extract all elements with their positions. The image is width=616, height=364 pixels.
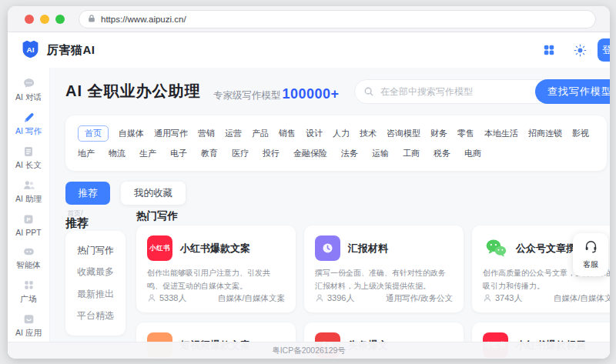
category-tab[interactable]: 运营 — [225, 128, 242, 139]
category-tab[interactable]: 咨询模型 — [387, 128, 420, 139]
model-card-description: 撰写一份全面、准确、有针对性的政务汇报材料，为上级决策提供依据。 — [315, 267, 453, 292]
sidebar-item-label: AI 应用 — [15, 328, 42, 339]
sidebar-item[interactable]: P AI PPT — [15, 212, 41, 237]
subnav-item[interactable]: 收藏最多 — [77, 265, 114, 279]
sidebar-item-icon — [22, 179, 35, 192]
category-tab[interactable]: 地产 — [78, 148, 95, 159]
stat-value: 100000+ — [283, 86, 340, 102]
svg-text:P: P — [26, 216, 31, 223]
address-bar[interactable]: https://www.aipuzi.cn/ — [79, 10, 596, 28]
category-tab[interactable]: 通用写作 — [154, 128, 188, 139]
user-count: 3396人 — [315, 292, 354, 304]
sidebar-item[interactable]: 智能体 — [16, 245, 41, 271]
category-tab[interactable]: 招商连锁 — [528, 128, 562, 139]
stat-label: 专家级写作模型 — [213, 89, 281, 102]
login-button[interactable]: 登录 — [598, 38, 610, 62]
category-tab[interactable]: 人力 — [333, 128, 350, 139]
lock-icon — [88, 12, 95, 26]
sidebar-item-icon — [22, 111, 35, 124]
brand-name: 厉害猫AI — [47, 43, 95, 58]
sidebar-item-icon — [22, 312, 35, 326]
model-card-title: 小红书爆款文案 — [180, 242, 250, 255]
category-tab[interactable]: 销售 — [279, 128, 296, 139]
sidebar-item[interactable]: AI 写作 — [15, 111, 42, 137]
category-tab[interactable]: 物流 — [109, 148, 126, 159]
category-tab[interactable]: 设计 — [306, 128, 323, 139]
window-controls — [25, 15, 65, 24]
person-icon — [483, 293, 492, 304]
category-tab[interactable]: 投行 — [263, 148, 280, 159]
category-tab[interactable]: 财务 — [430, 128, 447, 139]
sidebar-item-label: AI 写作 — [15, 126, 42, 137]
sidebar-item-label: AI PPT — [15, 228, 41, 237]
sidebar-item-icon: P — [22, 212, 35, 225]
zoom-button[interactable] — [55, 15, 65, 24]
support-widget[interactable]: 客服 — [573, 233, 608, 276]
category-tab[interactable]: 技术 — [360, 128, 377, 139]
user-count-label: 3743人 — [495, 292, 522, 304]
minimize-button[interactable] — [40, 15, 49, 24]
category-tab[interactable]: 影视 — [572, 128, 589, 139]
category-tab[interactable]: 金融保险 — [293, 148, 327, 159]
model-category: 自媒体/自媒体文案 — [218, 293, 285, 304]
sidebar-item-icon — [23, 279, 35, 292]
app-grid-icon[interactable] — [542, 43, 556, 57]
category-tab[interactable]: 工商 — [403, 148, 420, 159]
sidebar-item-label: AI 对话 — [15, 92, 42, 103]
filter-row: 推荐 我的收藏 — [65, 182, 186, 205]
category-tab[interactable]: 电商 — [464, 148, 481, 159]
model-card-footer: 3396人 通用写作/政务公文 — [315, 292, 453, 304]
search-models-button[interactable]: 查找写作模型 — [535, 79, 610, 104]
category-tab[interactable]: 电子 — [170, 148, 187, 159]
support-label: 客服 — [583, 259, 598, 270]
model-card-icon — [315, 235, 340, 261]
sidebar-item[interactable]: AI 对话 — [15, 77, 42, 103]
user-count-label: 5338人 — [159, 292, 186, 304]
sidebar-item[interactable]: AI 长文 — [15, 145, 42, 171]
category-tab[interactable]: 运输 — [372, 148, 389, 159]
subnav-card: 热门写作收藏最多最新推出平台精选 — [65, 231, 126, 336]
category-row-1: 首页自媒体通用写作营销运营产品销售设计人力技术咨询模型财务零售本地生活招商连锁影… — [78, 123, 594, 143]
model-card-head: 小红书 小红书爆款文案 — [147, 235, 285, 261]
category-tab[interactable]: 生产 — [139, 148, 156, 159]
category-tab[interactable]: 首页 — [78, 125, 109, 142]
user-count-label: 3396人 — [327, 292, 354, 304]
sidebar-item-icon — [22, 145, 35, 158]
subnav-item[interactable]: 平台精选 — [77, 309, 114, 322]
category-tab[interactable]: 零售 — [457, 128, 474, 139]
svg-text:AI: AI — [27, 45, 35, 53]
category-tabs-card: 首页自媒体通用写作营销运营产品销售设计人力技术咨询模型财务零售本地生活招商连锁影… — [65, 115, 607, 171]
model-card-title: 汇报材料 — [348, 242, 388, 255]
category-tab[interactable]: 本地生活 — [484, 128, 518, 139]
user-count: 5338人 — [147, 292, 186, 304]
model-stat: 专家级写作模型 100000+ — [213, 86, 340, 102]
person-icon — [147, 293, 156, 304]
close-button[interactable] — [25, 15, 34, 24]
subnav-item[interactable]: 最新推出 — [77, 288, 114, 301]
section-title: 热门写作 — [136, 209, 178, 223]
model-card-footer: 5338人 自媒体/自媒体文案 — [147, 292, 285, 304]
category-tab[interactable]: 营销 — [198, 128, 215, 139]
icp-number: 粤ICP备20026129号 — [272, 346, 346, 356]
theme-sun-icon[interactable] — [573, 43, 587, 57]
favorites-button[interactable]: 我的收藏 — [121, 182, 186, 205]
sidebar-item[interactable]: 广场 — [21, 279, 37, 305]
category-tab[interactable]: 产品 — [252, 128, 269, 139]
category-tab[interactable]: 法务 — [341, 148, 358, 159]
category-tab[interactable]: 税务 — [434, 148, 450, 159]
sidebar-item[interactable]: AI 应用 — [15, 312, 42, 339]
url-text: https://www.aipuzi.cn/ — [101, 15, 186, 24]
subnav-item[interactable]: 热门写作 — [77, 244, 114, 257]
model-category: 自媒体/自媒体文案 — [554, 293, 610, 304]
category-tab[interactable]: 教育 — [201, 148, 218, 159]
category-tab[interactable]: 医疗 — [232, 148, 249, 159]
model-card[interactable]: 小红书 小红书爆款文案 创作出能够吸引用户注意力、引发共鸣、促进互动的自媒体文案… — [136, 225, 296, 312]
sidebar-item[interactable]: AI 助理 — [15, 179, 42, 205]
sidebar: AI 对话 AI 写作 AI 长文 AI 助理 P AI PPT 智能体 广场 … — [8, 68, 50, 359]
footer: 粤ICP备20026129号 — [8, 342, 610, 359]
model-card[interactable]: 汇报材料 撰写一份全面、准确、有针对性的政务汇报材料，为上级决策提供依据。 33… — [304, 225, 464, 312]
category-tab[interactable]: 自媒体 — [119, 128, 144, 139]
model-category: 通用写作/政务公文 — [386, 293, 453, 304]
hot-cards-grid: 小红书 小红书爆款文案 创作出能够吸引用户注意力、引发共鸣、促进互动的自媒体文案… — [136, 225, 610, 312]
recommend-button[interactable]: 推荐 — [65, 182, 110, 205]
